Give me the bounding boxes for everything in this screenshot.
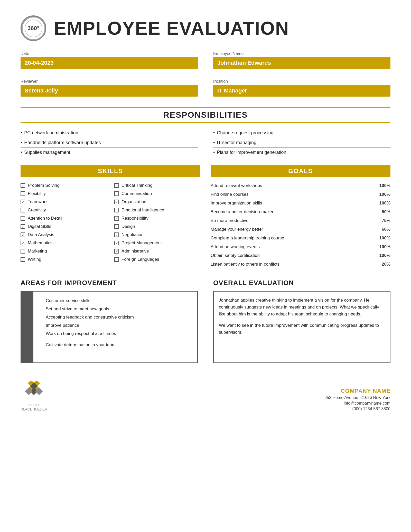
- responsibility-item: •Supplies management: [21, 148, 198, 157]
- areas-box: Customer service skillsSet and strive to…: [21, 291, 198, 363]
- date-value: 20-04-2023: [21, 57, 198, 69]
- goal-percent: 100%: [379, 192, 390, 197]
- goal-percent: 100%: [379, 201, 390, 206]
- employee-name-group: Employee Name Johnathan Edwards: [213, 51, 390, 69]
- bullet-dot: [39, 307, 42, 311]
- form-section-2: Reviewer Serena Jolly Position IT Manage…: [21, 79, 390, 97]
- overall-paragraph: We want to see in the future improvement…: [219, 322, 385, 336]
- skill-item: ✓Critical Thinking: [114, 181, 200, 190]
- area-item: Improve patience: [39, 321, 192, 330]
- skills-col-1: ✓Problem SolvingFlexibility✓TeamworkCrea…: [21, 181, 107, 264]
- skill-checkbox: ✓: [114, 224, 119, 229]
- area-item: Customer service skills: [39, 297, 192, 305]
- footer-address: 252 Home Avenue, 21656 New York: [324, 395, 390, 400]
- skill-checkbox: [114, 257, 119, 262]
- skills-goals-section: SKILLS ✓Problem SolvingFlexibility✓Teamw…: [21, 165, 390, 269]
- skill-checkbox: ✓: [21, 200, 25, 204]
- skill-checkbox: ✓: [114, 200, 119, 204]
- footer-contact: COMPANY NAME 252 Home Avenue, 21656 New …: [324, 388, 390, 411]
- skill-item: ✓Problem Solving: [21, 181, 107, 190]
- skill-item: ✓Digital Skills: [21, 222, 107, 231]
- bottom-section: AREAS FOR IMPROVEMENT Customer service s…: [21, 279, 390, 363]
- skill-label: Problem Solving: [28, 183, 60, 188]
- skills-grid: ✓Problem SolvingFlexibility✓TeamworkCrea…: [21, 181, 200, 264]
- skill-label: Foreign Languages: [122, 257, 159, 262]
- goal-item: Listen patiently to others in conflicts2…: [211, 260, 390, 269]
- skill-checkbox: [21, 208, 25, 212]
- goals-section: GOALS Attend relevant workshops100%Find …: [211, 165, 390, 269]
- logo-circle: 360°: [21, 15, 46, 41]
- area-label: Accepting feedback and constructive crit…: [46, 315, 134, 320]
- skill-checkbox: ✓: [114, 183, 119, 188]
- skill-item: Foreign Languages: [114, 255, 200, 264]
- skill-item: ✓Data Analysis: [21, 231, 107, 239]
- goal-percent: 50%: [382, 209, 390, 214]
- overall-title: OVERALL EVALUATION: [213, 279, 390, 287]
- skill-item: Flexibility: [21, 190, 107, 198]
- skill-label: Responsibility: [122, 216, 148, 221]
- goals-title: GOALS: [211, 165, 390, 177]
- area-item: [39, 338, 192, 341]
- goals-list: Attend relevant workshops100%Find online…: [211, 181, 390, 269]
- skill-checkbox: [114, 191, 119, 196]
- footer-logo-icon: [24, 381, 44, 402]
- skill-item: ✓Organization: [114, 198, 200, 206]
- reviewer-label: Reviewer: [21, 79, 198, 84]
- employee-name-value: Johnathan Edwards: [213, 57, 390, 69]
- area-item: Cultivate determination in your team: [39, 341, 192, 349]
- skill-checkbox: ✓: [114, 216, 119, 221]
- area-item: Work on being respectful at all times: [39, 330, 192, 338]
- responsibility-item: •Change request processing: [213, 128, 390, 138]
- skill-item: ✓Design: [114, 222, 200, 231]
- page-title: EMPLOYEE EVALUATION: [54, 18, 289, 39]
- skills-title: SKILLS: [21, 165, 200, 177]
- position-group: Position IT Manager: [213, 79, 390, 97]
- skill-label: Emotional Intelligence: [122, 208, 164, 213]
- skill-label: Digital Skills: [28, 224, 51, 229]
- skill-checkbox: ✓: [114, 249, 119, 254]
- goal-label: Find online courses: [211, 192, 248, 197]
- skill-label: Design: [122, 224, 135, 229]
- responsibility-item: •Handhelds platform software updates: [21, 138, 198, 148]
- goal-percent: 75%: [382, 218, 390, 223]
- skill-label: Administrative: [122, 249, 149, 254]
- goal-percent: 60%: [382, 227, 390, 232]
- skill-item: Creativity: [21, 206, 107, 214]
- footer-phone: (000) 1234 567 8800: [324, 407, 390, 411]
- responsibility-item: •IT sector managing: [213, 138, 390, 148]
- skill-item: ✓Administrative: [114, 247, 200, 255]
- area-item: Accepting feedback and constructive crit…: [39, 313, 192, 321]
- areas-section: AREAS FOR IMPROVEMENT Customer service s…: [21, 279, 198, 363]
- skill-item: Marketing: [21, 247, 107, 255]
- goal-item: Be more productive75%: [211, 216, 390, 225]
- goal-percent: 100%: [379, 244, 390, 249]
- skill-checkbox: ✓: [114, 232, 119, 237]
- goal-item: Improve organization skills100%: [211, 199, 390, 208]
- skill-label: Creativity: [28, 208, 46, 213]
- skill-item: ✓Negotiation: [114, 231, 200, 239]
- goal-label: Manage your energy better: [211, 227, 263, 232]
- responsibilities-right: •Change request processing•IT sector man…: [213, 128, 390, 157]
- skills-section: SKILLS ✓Problem SolvingFlexibility✓Teamw…: [21, 165, 200, 269]
- bullet-dot: [39, 315, 42, 319]
- skill-label: Data Analysis: [28, 232, 54, 237]
- area-item: Set and strive to meet new goals: [39, 305, 192, 313]
- skill-checkbox: ✓: [21, 183, 25, 188]
- overall-section: OVERALL EVALUATION Johnathan applies cre…: [213, 279, 390, 363]
- goal-item: Become a better decision-maker50%: [211, 208, 390, 216]
- skill-label: Attention to Detail: [28, 216, 62, 221]
- footer-logo-placeholder: LOGOPLACEHOLDER: [21, 403, 47, 411]
- skill-item: ✓Mathematics: [21, 239, 107, 247]
- employee-name-label: Employee Name: [213, 51, 390, 56]
- footer: LOGOPLACEHOLDER COMPANY NAME 252 Home Av…: [21, 376, 390, 411]
- skill-label: Flexibility: [28, 191, 46, 196]
- goal-label: Complete a leadership training course: [211, 236, 284, 241]
- goal-percent: 20%: [382, 262, 390, 267]
- goal-label: Be more productive: [211, 218, 248, 223]
- goal-percent: 100%: [379, 236, 390, 241]
- goal-label: Attend relevant workshops: [211, 183, 262, 188]
- overall-paragraph: Johnathan applies creative thinking to i…: [219, 297, 385, 318]
- overall-box: Johnathan applies creative thinking to i…: [213, 291, 390, 363]
- skills-col-2: ✓Critical ThinkingCommunication✓Organiza…: [114, 181, 200, 264]
- goal-item: Manage your energy better60%: [211, 225, 390, 234]
